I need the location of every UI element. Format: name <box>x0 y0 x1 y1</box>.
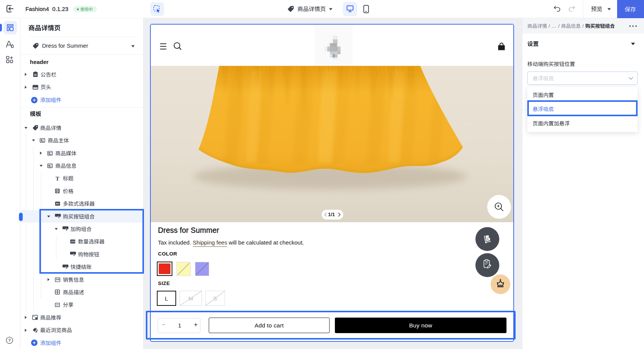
svg-text:SKU: SKU <box>56 203 59 205</box>
svg-text:?: ? <box>8 338 11 343</box>
svg-text:T: T <box>56 176 59 181</box>
svg-text:$: $ <box>57 190 58 193</box>
